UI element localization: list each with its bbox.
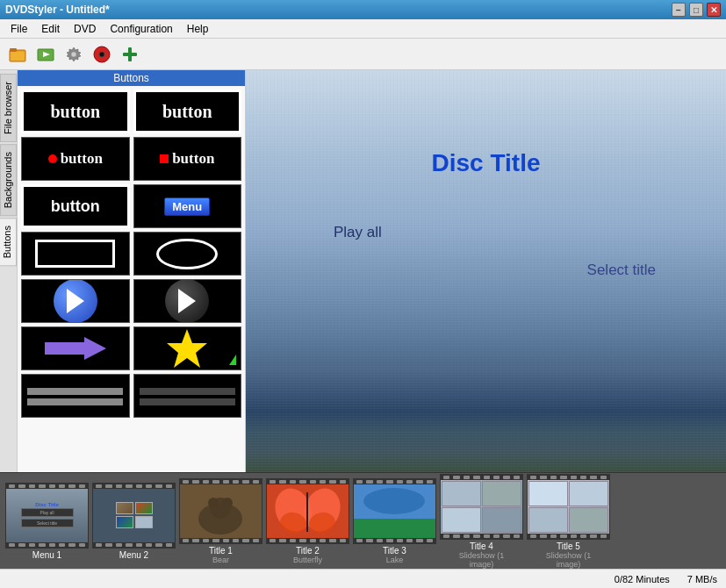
left-panel: File browser Backgrounds Buttons Buttons… — [0, 70, 246, 472]
title-2-label: Title 2 — [296, 546, 320, 556]
st6 — [441, 475, 522, 480]
title-2-sublabel: Butterfly — [293, 556, 322, 564]
title-4-label: Title 4 — [470, 541, 493, 551]
title-4-thumb[interactable] — [440, 474, 523, 540]
minimize-button[interactable]: − — [672, 3, 686, 17]
menu-configuration[interactable]: Configuration — [103, 21, 179, 37]
title-1-thumb[interactable] — [179, 478, 262, 544]
menu-file[interactable]: File — [4, 21, 34, 37]
sb3 — [180, 538, 262, 543]
title-5-sublabel2: image) — [557, 560, 581, 569]
properties-btn[interactable] — [61, 42, 86, 67]
menu-help[interactable]: Help — [180, 21, 216, 37]
menu-1-item[interactable]: Disc Title Play all Select title Menu 1 — [5, 483, 89, 560]
title-5-item[interactable]: Title 5 Slideshow (1 image) — [527, 474, 610, 569]
button-style-10[interactable] — [133, 279, 242, 323]
svg-rect-2 — [11, 52, 25, 61]
svg-marker-10 — [45, 337, 106, 360]
progress-status: 0/82 Minutes — [615, 574, 670, 584]
menu-1-inner: Disc Title Play all Select title — [6, 489, 88, 542]
window-controls: − □ ✕ — [672, 3, 721, 17]
menu-2-label: Menu 2 — [119, 550, 148, 560]
button-style-2[interactable]: button — [133, 90, 242, 133]
title-1-inner — [180, 484, 262, 538]
title-1-label: Title 1 — [209, 546, 233, 556]
button-style-5[interactable]: button — [21, 184, 130, 228]
menu-2-inner — [93, 489, 175, 542]
close-button[interactable]: ✕ — [707, 3, 721, 17]
title-5-label: Title 5 — [557, 541, 580, 551]
sb4 — [267, 538, 349, 543]
button-style-14[interactable] — [133, 374, 242, 418]
title-4-inner — [441, 480, 522, 534]
button-style-9[interactable] — [21, 279, 130, 323]
sb7 — [528, 534, 609, 539]
menu-edit[interactable]: Edit — [34, 21, 67, 37]
title-3-label: Title 3 — [383, 546, 406, 556]
title-2-thumb[interactable] — [266, 478, 349, 544]
svg-point-25 — [363, 488, 425, 514]
open-dvd-btn[interactable] — [33, 42, 58, 67]
button-style-8[interactable] — [133, 232, 242, 276]
burn-btn[interactable] — [90, 42, 114, 67]
titlebar: DVDStyler - Untitled* − □ ✕ — [0, 0, 726, 19]
menu-dvd[interactable]: DVD — [67, 21, 103, 37]
title-3-item[interactable]: Title 3 Lake — [353, 478, 436, 564]
button-style-6[interactable]: Menu — [133, 184, 242, 228]
panel-scroll[interactable]: button button button button — [18, 86, 245, 472]
button-style-3[interactable]: button — [21, 137, 130, 181]
select-title-button[interactable]: Select title — [587, 262, 656, 279]
sprocket-top-2 — [93, 484, 175, 489]
st3 — [180, 479, 262, 484]
button-style-7[interactable] — [21, 232, 130, 276]
maximize-button[interactable]: □ — [689, 3, 703, 17]
title-1-sublabel: Bear — [212, 556, 229, 564]
panel-header: Buttons — [18, 70, 245, 86]
play-all-button[interactable]: Play all — [334, 224, 382, 241]
menu-2-thumb[interactable] — [92, 483, 176, 549]
button-style-12[interactable] — [133, 326, 242, 370]
title-2-item[interactable]: Title 2 Butterfly — [266, 478, 349, 564]
st5 — [354, 479, 435, 484]
title-2-inner — [267, 484, 349, 538]
menubar: File Edit DVD Configuration Help — [0, 19, 726, 39]
size-status: 7 MB/s — [687, 574, 717, 584]
buttons-tab[interactable]: Buttons — [0, 218, 17, 266]
button-style-11[interactable] — [21, 326, 130, 370]
title-5-sublabel: Slideshow (1 — [546, 551, 592, 560]
sb6 — [441, 534, 522, 539]
workspace: File browser Backgrounds Buttons Buttons… — [0, 70, 726, 472]
button-style-1[interactable]: button — [21, 90, 130, 133]
title-4-sublabel: Slideshow (1 — [459, 551, 505, 560]
st7 — [528, 475, 609, 480]
filmstrip: Disc Title Play all Select title Menu 1 — [0, 472, 726, 569]
title-3-inner — [354, 484, 435, 538]
title-3-thumb[interactable] — [353, 478, 436, 544]
title-1-item[interactable]: Title 1 Bear — [179, 478, 262, 564]
svg-marker-11 — [167, 329, 207, 368]
file-browser-tab[interactable]: File browser — [0, 74, 17, 142]
title-5-thumb[interactable] — [527, 474, 610, 540]
sprocket-bot — [6, 542, 88, 548]
title-4-sublabel2: image) — [470, 560, 494, 569]
button-style-13[interactable] — [21, 374, 130, 418]
menu-1-thumb[interactable]: Disc Title Play all Select title — [5, 483, 89, 549]
sb5 — [354, 538, 435, 543]
disc-title[interactable]: Disc Title — [246, 149, 726, 177]
svg-rect-24 — [354, 519, 435, 538]
backgrounds-tab[interactable]: Backgrounds — [0, 144, 17, 216]
sprocket-top — [6, 484, 88, 489]
open-folder-btn[interactable] — [5, 42, 30, 67]
panel-content: Buttons button button button — [18, 70, 246, 472]
add-btn[interactable] — [118, 42, 142, 67]
preview-area[interactable]: Disc Title Play all Select title — [246, 70, 726, 472]
title-3-sublabel: Lake — [386, 556, 404, 564]
main-area: File browser Backgrounds Buttons Buttons… — [0, 70, 726, 588]
statusbar: 0/82 Minutes 7 MB/s — [0, 569, 726, 588]
svg-rect-9 — [123, 53, 137, 56]
title-4-item[interactable]: Title 4 Slideshow (1 image) — [440, 474, 523, 569]
menu-2-item[interactable]: Menu 2 — [92, 483, 176, 560]
button-style-4[interactable]: button — [133, 137, 242, 181]
svg-point-7 — [99, 52, 104, 57]
title-5-inner — [528, 480, 609, 534]
